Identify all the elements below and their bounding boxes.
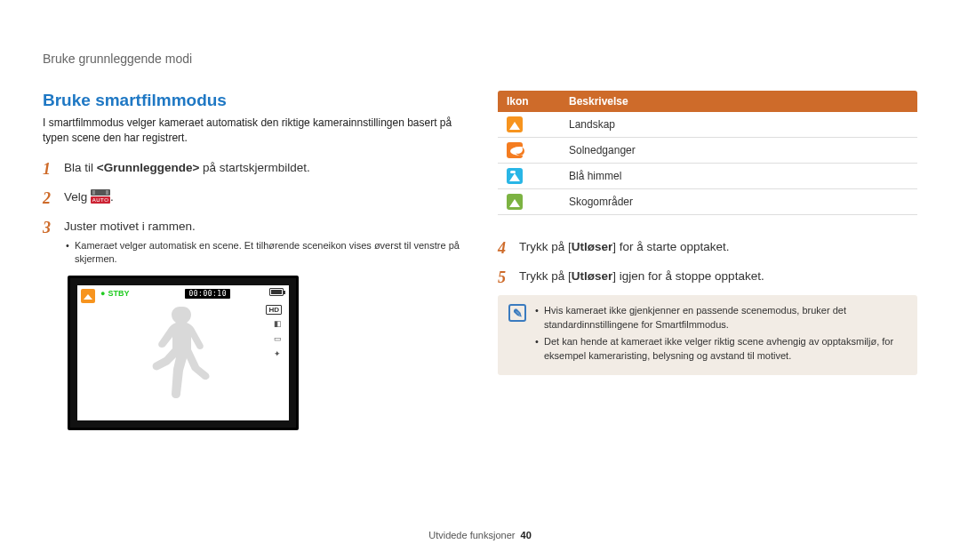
camera-preview: STBY 00:00:10 HD ◧ ▭ ✦: [68, 276, 299, 430]
scene-label: Solnedganger: [560, 138, 917, 164]
step-1: Bla til <Grunnleggende> på startskjermbi…: [64, 157, 462, 181]
hd-badge: HD: [266, 305, 282, 315]
page-footer: Utvidede funksjoner 40: [0, 530, 960, 540]
step-2: Velg AUTO.: [64, 187, 462, 211]
right-column: Ikon Beskrivelse LandskapSolnedgangerBlå…: [498, 91, 917, 430]
sunset-icon: [507, 142, 523, 158]
step-number: 2: [43, 187, 55, 211]
preview-side-icons: ◧ ▭ ✦: [271, 319, 284, 360]
note-icon: ✎: [508, 304, 526, 322]
smart-movie-mode-icon: AUTO: [91, 189, 110, 204]
step-number: 4: [498, 236, 510, 260]
landscape-icon: [507, 116, 523, 132]
table-row: Solnedganger: [498, 138, 917, 164]
left-column: Bruke smartfilmmodus I smartfilmmodus ve…: [43, 91, 462, 430]
timer-readout: 00:00:10: [185, 289, 230, 299]
silhouette-illustration: [143, 301, 223, 417]
step-4: Trykk på [Utløser] for å starte opptaket…: [519, 236, 917, 260]
step-number: 3: [43, 216, 55, 267]
table-row: Skogområder: [498, 189, 917, 215]
step-3: Juster motivet i rammen. Kameraet velger…: [64, 216, 462, 267]
step-5: Trykk på [Utløser] igjen for å stoppe op…: [519, 266, 917, 290]
intro-text: I smartfilmmodus velger kameraet automat…: [43, 116, 462, 147]
scene-badge-icon: [81, 289, 95, 303]
forest-icon: [507, 194, 523, 210]
chapter-title: Bruke grunnleggende modi: [43, 52, 917, 66]
focus-icon: ▭: [271, 334, 284, 345]
note-item: Hvis kameraet ikke gjenkjenner en passen…: [535, 304, 907, 332]
blue-sky-icon: [507, 168, 523, 184]
note-item: Det kan hende at kameraet ikke velger ri…: [535, 335, 907, 364]
scene-table: Ikon Beskrivelse LandskapSolnedgangerBlå…: [498, 91, 917, 215]
table-row: Blå himmel: [498, 164, 917, 189]
th-desc: Beskrivelse: [560, 91, 917, 112]
scene-label: Landskap: [560, 112, 917, 138]
stabilizer-icon: ✦: [271, 349, 284, 360]
scene-label: Skogområder: [560, 189, 917, 215]
battery-icon: [269, 288, 284, 296]
step-number: 1: [43, 157, 55, 181]
step-3-sub: Kameraet velger automatisk en scene. Et …: [64, 239, 462, 267]
note-box: ✎ Hvis kameraet ikke gjenkjenner en pass…: [498, 295, 917, 375]
section-heading: Bruke smartfilmmodus: [43, 91, 462, 110]
rec-indicator: STBY: [100, 289, 129, 298]
table-row: Landskap: [498, 112, 917, 138]
scene-label: Blå himmel: [560, 164, 917, 189]
step-number: 5: [498, 266, 510, 290]
metering-icon: ◧: [271, 319, 284, 330]
th-icon: Ikon: [498, 91, 560, 112]
